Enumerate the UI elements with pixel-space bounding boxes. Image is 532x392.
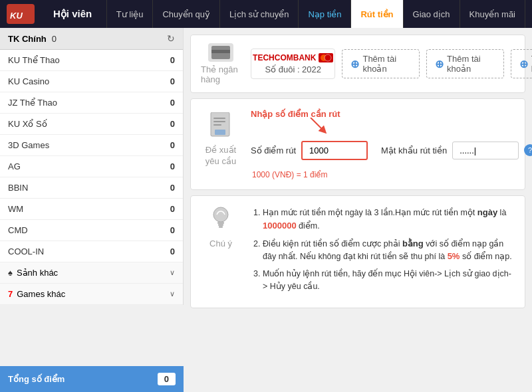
sidebar-item-value: 0 <box>170 246 175 256</box>
sidebar-item-jz-the-thao[interactable]: JZ Thể Thao 0 <box>0 92 183 114</box>
document-icon <box>209 112 232 142</box>
bank-section-label: Thẻ ngân hàng <box>201 64 241 84</box>
sidebar-item-cmd[interactable]: CMD 0 <box>0 220 183 241</box>
sidebar-header-title: TK Chính <box>8 34 47 44</box>
sidebar-item-ku-xo-so[interactable]: KU Xổ Số 0 <box>0 114 183 135</box>
points-label: Số điểm rút <box>251 146 296 155</box>
add-account-btn-1[interactable]: ⊕ Thêm tài khoản <box>342 49 420 78</box>
nav-lich-su-chuyen[interactable]: Lịch sử chuyển <box>220 0 299 28</box>
notice-item-3: Muốn hủy lệnh rút tiền, hãy đến mục Hội … <box>263 268 515 293</box>
points-input[interactable] <box>301 141 368 160</box>
plus-icon: ⊕ <box>350 58 359 70</box>
help-icon[interactable]: ? <box>524 144 532 156</box>
notice-section: Chú ý Hạn mức rút tiền một ngày là 3 lần… <box>190 195 525 308</box>
nav-tu-lieu[interactable]: Tư liệu <box>106 0 154 28</box>
sidebar-item-name: WM <box>8 204 23 214</box>
sidebar-footer-label: Tổng số điểm <box>8 374 65 384</box>
sidebar-item-name: AG <box>8 161 21 171</box>
sidebar-section-games-khac[interactable]: 7 Games khác ∨ <box>0 284 183 305</box>
svg-rect-9 <box>213 121 225 122</box>
nav-nap-tien[interactable]: Nạp tiền <box>299 0 351 28</box>
logo: KU <box>7 4 35 24</box>
sidebar-item-cool-in[interactable]: COOL-IN 0 <box>0 241 183 262</box>
sidebar-item-bbin[interactable]: BBIN 0 <box>0 177 183 199</box>
card-suffix: Số đuôi : 2022 <box>265 64 321 74</box>
svg-point-6 <box>325 54 331 61</box>
header-member-label: Hội viên <box>53 8 92 20</box>
sidebar-item-name: BBIN <box>8 183 28 193</box>
techcombank-logo: TECHCOMBANK <box>253 53 333 62</box>
bank-items: TECHCOMBANK Số đuôi : 2022 ⊕ Thêm tài <box>251 49 532 79</box>
notice-content: Hạn mức rút tiền một ngày là 3 lần.Hạn m… <box>251 206 515 298</box>
notice-icon: Chú ý <box>201 206 241 248</box>
svg-rect-11 <box>215 130 225 135</box>
sidebar-section-left: ♠ Sảnh khác <box>8 268 58 278</box>
nav-rut-tien[interactable]: Rút tiền <box>351 0 403 28</box>
bank-card-icon <box>208 43 233 62</box>
sidebar-item-value: 0 <box>170 55 175 65</box>
add-account-btn-2[interactable]: ⊕ Thêm tài khoản <box>426 49 504 78</box>
bank-section-icon: Thẻ ngân hàng <box>201 43 241 84</box>
notice-item-2: Điều kiện rút tiền số điểm cược phải bằn… <box>263 237 515 264</box>
rate-text: 1000 (VNĐ) = 1 điểm <box>252 170 532 179</box>
sidebar-item-value: 0 <box>170 204 175 214</box>
main-layout: TK Chính 0 ↻ KU Thể Thao 0 KU Casino 0 J… <box>0 28 532 392</box>
withdraw-form-area: Nhập số điểm cần rút Số điểm rút <box>251 109 532 179</box>
refresh-icon[interactable]: ↻ <box>167 33 175 44</box>
sidebar-footer-value: 0 <box>158 373 176 385</box>
sidebar-item-value: 0 <box>170 140 175 150</box>
spade-icon: ♠ <box>8 268 13 278</box>
sidebar-header-value: 0 <box>52 34 57 44</box>
sidebar-item-value: 0 <box>170 98 175 108</box>
sidebar-item-value: 0 <box>170 119 175 129</box>
sidebar-item-ku-the-thao[interactable]: KU Thể Thao 0 <box>0 50 183 71</box>
sidebar-wrapper: TK Chính 0 ↻ KU Thể Thao 0 KU Casino 0 J… <box>0 28 184 392</box>
password-input[interactable] <box>452 142 519 159</box>
bulb-icon <box>210 206 231 236</box>
bank-section: Thẻ ngân hàng TECHCOMBANK Số đuôi : 2022 <box>190 35 525 93</box>
nav-chuyen-quy[interactable]: Chuyển quỹ <box>153 0 220 28</box>
content-area: Thẻ ngân hàng TECHCOMBANK Số đuôi : 2022 <box>184 28 532 392</box>
sidebar-item-value: 0 <box>170 225 175 235</box>
sidebar-item-wm[interactable]: WM 0 <box>0 199 183 220</box>
add-account-label-1: Thêm tài khoản <box>362 54 411 74</box>
svg-rect-8 <box>213 118 225 119</box>
sidebar-footer: Tổng số điểm 0 <box>0 366 184 392</box>
sidebar-item-name: JZ Thể Thao <box>8 98 57 108</box>
header-nav: Tư liệu Chuyển quỹ Lịch sử chuyển Nạp ti… <box>106 0 525 28</box>
add-account-label-2: Thêm tài khoản <box>447 54 495 74</box>
svg-text:KU: KU <box>10 11 23 21</box>
svg-rect-14 <box>218 224 223 226</box>
withdraw-section: Đề xuất yêu cầu Nhập số điểm cần rút <box>190 98 525 190</box>
nav-giao-dich[interactable]: Giao dịch <box>404 0 460 28</box>
withdraw-section-icon: Đề xuất yêu cầu <box>201 109 241 167</box>
sidebar-item-3d-games[interactable]: 3D Games 0 <box>0 135 183 156</box>
sidebar-item-name: CMD <box>8 225 28 235</box>
sidebar-item-name: KU Thể Thao <box>8 55 60 65</box>
techcombank-card[interactable]: TECHCOMBANK Số đuôi : 2022 <box>251 49 335 79</box>
nav-khuyen-mai[interactable]: Khuyến mãi <box>460 0 525 28</box>
notice-item-1: Hạn mức rút tiền một ngày là 3 lần.Hạn m… <box>263 206 515 233</box>
plus-icon: ⊕ <box>519 58 528 70</box>
svg-point-12 <box>213 207 228 222</box>
chevron-down-icon: ∨ <box>170 290 175 298</box>
sidebar-item-ag[interactable]: AG 0 <box>0 156 183 177</box>
add-account-btn-3[interactable]: ⊕ Thêm tài khoản <box>511 49 532 78</box>
seven-icon: 7 <box>8 289 13 299</box>
sidebar-section-games-khac-label: Games khác <box>17 289 65 299</box>
svg-rect-10 <box>213 124 221 126</box>
sidebar-item-ku-casino[interactable]: KU Casino 0 <box>0 71 183 92</box>
sidebar-section-sanh-khac[interactable]: ♠ Sảnh khác ∨ <box>0 262 183 284</box>
sidebar-item-value: 0 <box>170 161 175 171</box>
sidebar-section-sanh-khac-label: Sảnh khác <box>17 268 58 278</box>
sidebar-item-name: KU Casino <box>8 76 49 86</box>
notice-section-label: Chú ý <box>209 239 232 248</box>
password-label: Mật khẩu rút tiền <box>381 146 447 155</box>
svg-rect-13 <box>217 222 224 224</box>
svg-rect-3 <box>211 50 230 53</box>
points-group: Số điểm rút <box>251 141 368 160</box>
svg-rect-15 <box>219 226 223 228</box>
sidebar-item-value: 0 <box>170 76 175 86</box>
form-row: Số điểm rút Mật khẩu rút tiền ? Xác nhận <box>251 136 532 165</box>
sidebar-header: TK Chính 0 ↻ <box>0 28 183 50</box>
